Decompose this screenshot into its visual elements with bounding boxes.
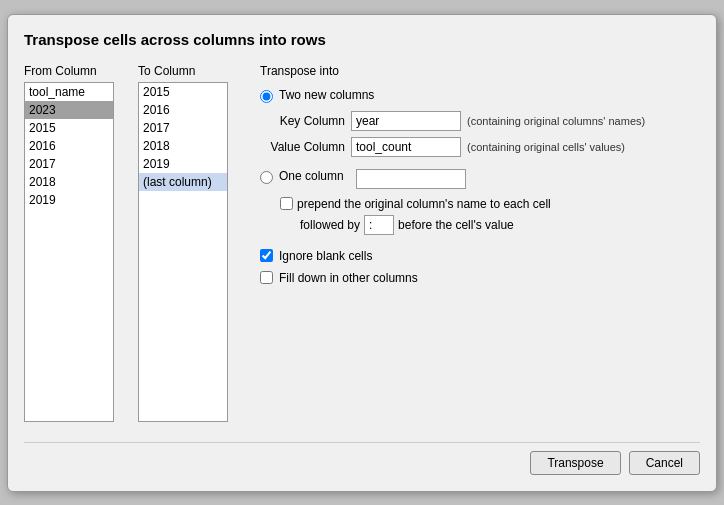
- list-item[interactable]: 2019: [25, 191, 113, 209]
- transpose-into-label: Transpose into: [260, 64, 700, 78]
- list-item[interactable]: 2023: [25, 101, 113, 119]
- followed-by-row: followed by before the cell's value: [300, 215, 700, 235]
- checkbox-section: Ignore blank cells Fill down in other co…: [260, 249, 700, 285]
- to-column-label: To Column: [138, 64, 228, 78]
- list-item[interactable]: 2015: [25, 119, 113, 137]
- list-item[interactable]: tool_name: [25, 83, 113, 101]
- list-item[interactable]: 2018: [139, 137, 227, 155]
- to-column-section: To Column 2015 2016 2017 2018 2019 (last…: [138, 64, 228, 422]
- one-column-option[interactable]: One column: [260, 169, 700, 189]
- dialog-footer: Transpose Cancel: [24, 442, 700, 475]
- transpose-dialog: Transpose cells across columns into rows…: [7, 14, 717, 492]
- key-column-input[interactable]: [351, 111, 461, 131]
- followed-by-label: followed by: [300, 218, 360, 232]
- from-column-listbox[interactable]: tool_name 2023 2015 2016 2017 2018 2019: [24, 82, 114, 422]
- key-column-row: Key Column (containing original columns'…: [260, 111, 700, 131]
- list-item[interactable]: 2017: [139, 119, 227, 137]
- one-column-input[interactable]: [356, 169, 466, 189]
- dialog-body: From Column tool_name 2023 2015 2016 201…: [24, 64, 700, 422]
- two-new-columns-option[interactable]: Two new columns: [260, 88, 700, 103]
- value-column-note: (containing original cells' values): [467, 141, 625, 153]
- to-column-listbox[interactable]: 2015 2016 2017 2018 2019 (last column): [138, 82, 228, 422]
- list-item[interactable]: 2015: [139, 83, 227, 101]
- prepend-section: prepend the original column's name to ea…: [280, 197, 700, 235]
- prepend-checkbox[interactable]: [280, 197, 293, 210]
- before-cell-label: before the cell's value: [398, 218, 514, 232]
- two-col-details: Key Column (containing original columns'…: [260, 111, 700, 157]
- one-column-label: One column: [279, 169, 344, 183]
- list-item[interactable]: 2016: [25, 137, 113, 155]
- from-column-label: From Column: [24, 64, 114, 78]
- list-item[interactable]: 2016: [139, 101, 227, 119]
- key-column-note: (containing original columns' names): [467, 115, 645, 127]
- one-column-radio[interactable]: [260, 171, 273, 184]
- value-column-label: Value Column: [260, 140, 345, 154]
- prepend-row: prepend the original column's name to ea…: [280, 197, 700, 211]
- transpose-into-section: Transpose into Two new columns Key Colum…: [252, 64, 700, 422]
- transpose-button[interactable]: Transpose: [530, 451, 620, 475]
- from-column-section: From Column tool_name 2023 2015 2016 201…: [24, 64, 114, 422]
- two-new-columns-label[interactable]: Two new columns: [279, 88, 374, 102]
- followed-by-input[interactable]: [364, 215, 394, 235]
- value-column-input[interactable]: [351, 137, 461, 157]
- list-item[interactable]: 2017: [25, 155, 113, 173]
- value-column-row: Value Column (containing original cells'…: [260, 137, 700, 157]
- key-column-label: Key Column: [260, 114, 345, 128]
- ignore-blank-row: Ignore blank cells: [260, 249, 700, 263]
- list-item[interactable]: 2018: [25, 173, 113, 191]
- fill-down-label[interactable]: Fill down in other columns: [279, 271, 418, 285]
- prepend-label[interactable]: prepend the original column's name to ea…: [297, 197, 551, 211]
- ignore-blank-checkbox[interactable]: [260, 249, 273, 262]
- two-new-columns-radio[interactable]: [260, 90, 273, 103]
- fill-down-checkbox[interactable]: [260, 271, 273, 284]
- fill-down-row: Fill down in other columns: [260, 271, 700, 285]
- ignore-blank-label[interactable]: Ignore blank cells: [279, 249, 372, 263]
- cancel-button[interactable]: Cancel: [629, 451, 700, 475]
- dialog-title: Transpose cells across columns into rows: [24, 31, 700, 48]
- list-item[interactable]: 2019: [139, 155, 227, 173]
- list-item-last-column[interactable]: (last column): [139, 173, 227, 191]
